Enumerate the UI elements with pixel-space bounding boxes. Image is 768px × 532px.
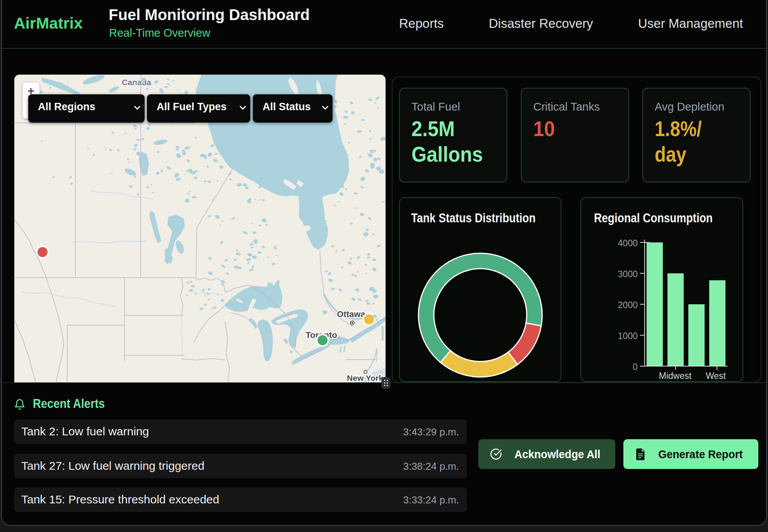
- svg-text:Ottawa: Ottawa: [337, 309, 365, 319]
- svg-text:Canada: Canada: [122, 78, 151, 87]
- svg-text:New York: New York: [347, 373, 383, 382]
- svg-text:3000: 3000: [618, 269, 638, 279]
- svg-text:0: 0: [633, 362, 638, 372]
- svg-text:1000: 1000: [618, 331, 638, 341]
- svg-text:Midwest: Midwest: [659, 371, 692, 381]
- svg-text:2000: 2000: [618, 300, 638, 310]
- svg-text:West: West: [706, 371, 726, 381]
- svg-text:4000: 4000: [618, 238, 638, 248]
